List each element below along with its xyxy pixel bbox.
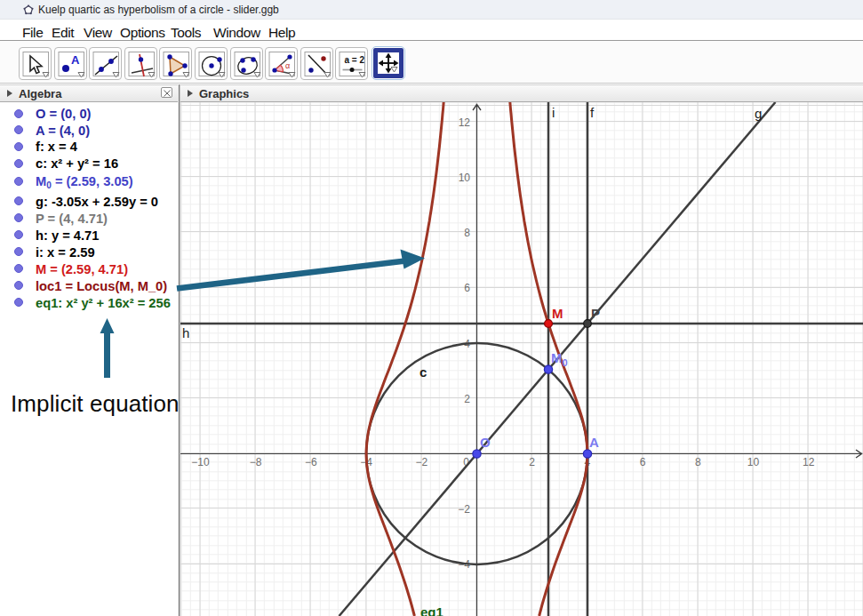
svg-text:a = 2: a = 2 bbox=[345, 55, 365, 65]
svg-text:α: α bbox=[285, 61, 290, 70]
svg-text:A: A bbox=[71, 53, 80, 67]
